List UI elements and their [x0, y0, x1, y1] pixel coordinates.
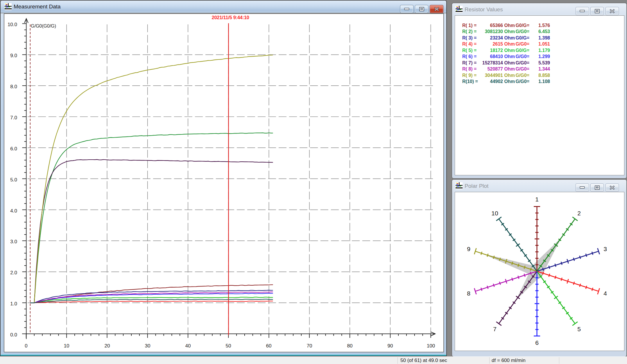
svg-text:80: 80: [347, 343, 353, 349]
svg-text:3.0: 3.0: [10, 239, 17, 244]
svg-text:60: 60: [266, 343, 272, 349]
svg-text:30: 30: [145, 343, 151, 349]
svg-text:2.0: 2.0: [10, 270, 17, 275]
svg-text:7.0: 7.0: [10, 115, 17, 120]
svg-text:0: 0: [25, 343, 27, 349]
svg-text:100: 100: [427, 343, 435, 349]
svg-text:9: 9: [467, 246, 470, 252]
svg-text:10: 10: [491, 210, 498, 217]
svg-text:10: 10: [64, 343, 69, 349]
svg-text:6: 6: [535, 339, 539, 346]
svg-text:1: 1: [535, 196, 539, 203]
svg-text:2: 2: [577, 210, 581, 217]
svg-text:0.0: 0.0: [10, 332, 17, 338]
svg-text:3: 3: [603, 246, 607, 252]
svg-text:8: 8: [467, 290, 470, 297]
svg-text:1.0: 1.0: [10, 301, 17, 307]
svg-text:90: 90: [388, 343, 393, 349]
svg-text:G/G0(G0/G): G/G0(G0/G): [31, 24, 56, 28]
svg-text:40: 40: [185, 343, 191, 349]
svg-text:9.0: 9.0: [10, 53, 17, 58]
svg-text:7: 7: [493, 326, 497, 332]
svg-text:20: 20: [105, 343, 110, 349]
svg-text:10.0: 10.0: [8, 22, 17, 27]
svg-text:5: 5: [577, 326, 581, 332]
svg-text:4.0: 4.0: [10, 208, 17, 214]
svg-text:70: 70: [307, 343, 312, 349]
svg-text:4: 4: [603, 290, 607, 297]
svg-text:5.0: 5.0: [10, 177, 17, 183]
svg-text:6.0: 6.0: [10, 146, 17, 152]
svg-text:2021/11/5 9:44:10: 2021/11/5 9:44:10: [212, 15, 249, 20]
svg-text:8.0: 8.0: [10, 84, 17, 89]
svg-text:50: 50: [226, 343, 231, 349]
